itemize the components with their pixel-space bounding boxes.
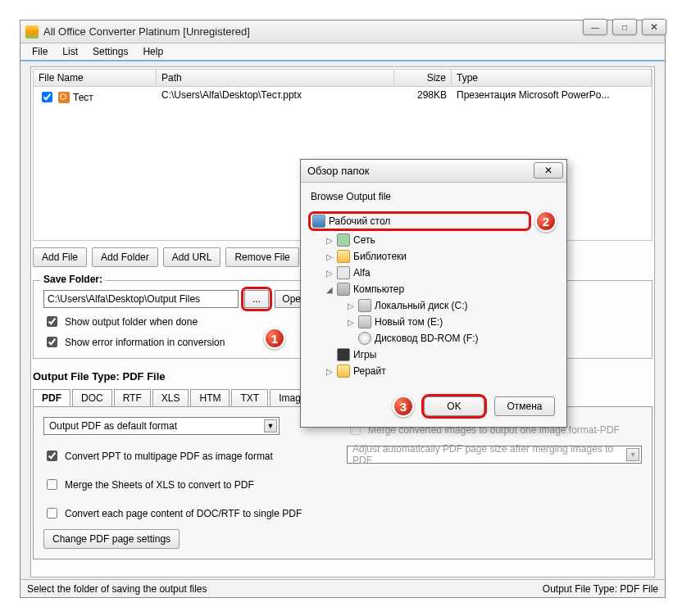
adjust-page-size-combo: Adjust automatically PDF page size after…	[347, 446, 642, 464]
cell-filename: Тест	[73, 92, 93, 103]
col-filename[interactable]: File Name	[34, 70, 157, 86]
dialog-subtitle: Browse Output file	[311, 191, 557, 202]
expand-icon[interactable]: ▷	[347, 318, 355, 327]
file-list-header: File Name Path Size Type	[34, 70, 652, 87]
maximize-button[interactable]: □	[612, 19, 637, 35]
add-url-button[interactable]: Add URL	[163, 247, 221, 267]
window-title: All Office Converter Platinum [Unregiste…	[43, 25, 660, 38]
drive-icon	[358, 315, 371, 328]
menu-help[interactable]: Help	[136, 44, 170, 59]
save-folder-input[interactable]	[43, 290, 239, 308]
row-checkbox[interactable]	[42, 92, 52, 102]
tree-item-desktop[interactable]: Рабочий стол	[311, 214, 529, 229]
libraries-icon	[337, 250, 350, 263]
callout-badge-2: 2	[535, 211, 557, 232]
tab-xls[interactable]: XLS	[152, 389, 189, 406]
expand-icon[interactable]: ▷	[325, 252, 334, 261]
cell-size: 298KB	[394, 87, 452, 107]
menu-settings[interactable]: Settings	[86, 44, 134, 59]
tree-item-drive-bd[interactable]: Дисковод BD-ROM (F:)	[311, 330, 557, 346]
tree-item-libraries[interactable]: ▷ Библиотеки	[311, 248, 557, 265]
tab-htm[interactable]: HTM	[190, 389, 230, 406]
games-icon	[337, 348, 350, 361]
app-icon	[25, 25, 39, 38]
opt-docrtf-single[interactable]: Convert each page content of DOC/RTF to …	[43, 505, 327, 521]
table-row[interactable]: Тест C:\Users\Alfa\Desktop\Тест.pptx 298…	[34, 87, 652, 107]
tree-item-network[interactable]: ▷ Сеть	[311, 232, 557, 248]
cell-type: Презентация Microsoft PowerPo...	[452, 87, 652, 107]
status-left: Select the folder of saving the output f…	[27, 583, 207, 595]
cell-path: C:\Users\Alfa\Desktop\Тест.pptx	[157, 87, 394, 107]
network-icon	[337, 233, 350, 247]
tab-txt[interactable]: TXT	[231, 389, 268, 406]
drive-icon	[358, 299, 371, 312]
dialog-close-button[interactable]: ✕	[534, 162, 563, 179]
tree-item-games[interactable]: Игры	[311, 346, 557, 363]
tree-item-user[interactable]: ▷ Alfa	[311, 265, 557, 281]
dialog-titlebar[interactable]: Обзор папок ✕	[301, 160, 566, 183]
col-path[interactable]: Path	[157, 70, 394, 86]
expand-icon[interactable]: ▷	[325, 269, 334, 278]
save-folder-legend: Save Folder:	[40, 274, 106, 285]
folder-icon	[337, 365, 350, 378]
window-controls: — □ ✕	[583, 19, 666, 35]
col-type[interactable]: Type	[452, 70, 652, 86]
expand-icon[interactable]: ▷	[325, 236, 334, 245]
tree-item-computer[interactable]: ◢ Компьютер	[311, 281, 557, 297]
highlight-1: ...	[243, 289, 270, 309]
folder-tree[interactable]: Рабочий стол 2 ▷ Сеть ▷ Библиотеки ▷ Alf…	[311, 211, 557, 379]
tab-doc[interactable]: DOC	[72, 389, 112, 406]
dialog-ok-button[interactable]: OK	[424, 396, 484, 416]
optical-drive-icon	[358, 332, 371, 345]
callout-badge-1: 1	[264, 328, 285, 349]
dialog-title: Обзор папок	[307, 165, 369, 177]
pdf-options-panel: Output PDF as default format ▼ Convert P…	[33, 406, 652, 559]
close-button[interactable]: ✕	[642, 19, 666, 35]
desktop-icon	[312, 215, 325, 228]
titlebar[interactable]: All Office Converter Platinum [Unregiste…	[20, 20, 665, 43]
pdf-format-combo[interactable]: Output PDF as default format ▼	[43, 417, 280, 435]
add-file-button[interactable]: Add File	[33, 247, 87, 267]
browse-button[interactable]: ...	[244, 290, 269, 308]
browse-folder-dialog[interactable]: Обзор папок ✕ Browse Output file Рабочий…	[300, 159, 567, 428]
change-pdf-settings-button[interactable]: Change PDF page settings	[43, 529, 180, 549]
tab-rtf[interactable]: RTF	[114, 389, 151, 406]
minimize-button[interactable]: —	[583, 19, 607, 35]
expand-icon[interactable]: ▷	[347, 301, 355, 310]
tree-item-drive-e[interactable]: ▷ Новый том (E:)	[311, 314, 557, 330]
computer-icon	[337, 283, 350, 296]
chevron-down-icon[interactable]: ▼	[264, 419, 277, 433]
callout-badge-3: 3	[393, 396, 414, 417]
status-right: Output File Type: PDF File	[543, 583, 658, 595]
opt-merge-xls[interactable]: Merge the Sheets of XLS to convert to PD…	[43, 477, 327, 492]
user-folder-icon	[337, 266, 350, 279]
tree-item-drive-c[interactable]: ▷ Локальный диск (C:)	[311, 297, 557, 314]
pptx-icon	[58, 92, 70, 103]
statusbar: Select the folder of saving the output f…	[20, 579, 665, 597]
menu-list[interactable]: List	[56, 44, 84, 59]
expand-icon[interactable]: ▷	[325, 367, 334, 376]
opt-convert-ppt[interactable]: Convert PPT to multipage PDF as image fo…	[43, 448, 327, 464]
dialog-cancel-button[interactable]: Отмена	[494, 396, 555, 416]
menu-file[interactable]: File	[25, 44, 54, 59]
add-folder-button[interactable]: Add Folder	[92, 247, 158, 267]
menubar: File List Settings Help	[20, 43, 665, 61]
tree-item-rewrite[interactable]: ▷ Рерайт	[311, 363, 557, 379]
tab-pdf[interactable]: PDF	[33, 389, 70, 406]
remove-file-button[interactable]: Remove File	[225, 247, 298, 267]
col-size[interactable]: Size	[394, 70, 452, 86]
chevron-down-icon: ▼	[626, 448, 639, 461]
collapse-icon[interactable]: ◢	[325, 285, 334, 294]
